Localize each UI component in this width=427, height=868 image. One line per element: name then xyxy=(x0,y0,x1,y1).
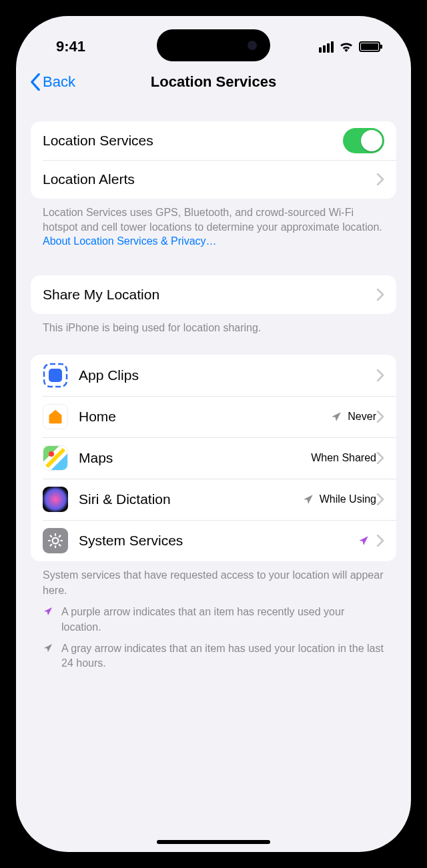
group-share-footer: This iPhone is being used for location s… xyxy=(31,314,396,335)
row-location-alerts[interactable]: Location Alerts xyxy=(31,160,396,199)
dynamic-island xyxy=(157,29,270,61)
maps-app-icon xyxy=(43,445,68,471)
location-indicator-icon xyxy=(358,535,370,547)
chevron-right-icon xyxy=(376,493,384,505)
row-app-clips[interactable]: App Clips xyxy=(31,355,396,396)
app-label: App Clips xyxy=(79,367,376,383)
group-apps-footer: System services that have requested acce… xyxy=(31,561,396,671)
chevron-right-icon xyxy=(376,411,384,423)
row-label: Share My Location xyxy=(43,287,376,303)
app-value: While Using xyxy=(320,493,376,505)
svg-point-3 xyxy=(53,538,59,544)
siri-app-icon xyxy=(43,487,68,512)
legend-gray: A gray arrow indicates that an item has … xyxy=(43,641,384,671)
app-value: When Shared xyxy=(311,452,376,464)
wifi-icon xyxy=(339,41,354,52)
row-label: Location Services xyxy=(43,133,343,149)
chevron-right-icon xyxy=(376,452,384,464)
chevron-right-icon xyxy=(376,369,384,381)
group-location-footer: Location Services uses GPS, Bluetooth, a… xyxy=(31,199,396,249)
svg-point-2 xyxy=(49,451,54,457)
app-label: Home xyxy=(79,409,330,425)
group-apps: App Clips Home Never xyxy=(31,355,396,561)
system-services-icon xyxy=(43,528,68,553)
row-maps[interactable]: Maps When Shared xyxy=(31,437,396,479)
apps-footer-text: System services that have requested acce… xyxy=(43,568,384,598)
app-clips-icon xyxy=(43,363,68,388)
about-privacy-link[interactable]: About Location Services & Privacy… xyxy=(43,235,217,247)
nav-bar: Back Location Services xyxy=(16,63,411,101)
row-home[interactable]: Home Never xyxy=(31,396,396,437)
svg-rect-1 xyxy=(49,369,62,382)
status-time: 9:41 xyxy=(56,38,85,55)
battery-icon xyxy=(359,41,380,52)
location-services-toggle[interactable] xyxy=(343,128,384,153)
location-indicator-icon xyxy=(302,493,314,505)
group-location: Location Services Location Alerts xyxy=(31,121,396,199)
svg-line-11 xyxy=(59,535,61,537)
app-value: Never xyxy=(348,411,376,423)
location-arrow-purple-icon xyxy=(43,606,53,617)
screen: 9:41 Back Location Services Location Ser… xyxy=(16,16,411,852)
svg-line-10 xyxy=(50,545,52,547)
row-share-my-location[interactable]: Share My Location xyxy=(31,275,396,314)
chevron-right-icon xyxy=(376,535,384,547)
app-label: Maps xyxy=(79,450,311,466)
svg-line-8 xyxy=(50,535,52,537)
home-app-icon xyxy=(43,404,68,429)
phone-frame: 9:41 Back Location Services Location Ser… xyxy=(0,0,427,868)
app-label: Siri & Dictation xyxy=(79,491,302,507)
back-label: Back xyxy=(43,73,75,91)
row-system-services[interactable]: System Services xyxy=(31,520,396,561)
chevron-right-icon xyxy=(376,289,384,301)
location-indicator-icon xyxy=(330,411,342,423)
back-button[interactable]: Back xyxy=(29,73,75,91)
row-siri[interactable]: Siri & Dictation While Using xyxy=(31,479,396,520)
row-location-services[interactable]: Location Services xyxy=(31,121,396,160)
home-indicator xyxy=(157,840,270,844)
location-arrow-gray-icon xyxy=(43,643,53,653)
chevron-right-icon xyxy=(376,173,384,185)
cellular-icon xyxy=(319,41,334,53)
row-label: Location Alerts xyxy=(43,171,376,187)
svg-line-9 xyxy=(59,545,61,547)
app-label: System Services xyxy=(79,533,358,549)
legend-purple: A purple arrow indicates that an item ha… xyxy=(43,605,384,635)
group-share: Share My Location xyxy=(31,275,396,314)
chevron-left-icon xyxy=(29,73,41,91)
